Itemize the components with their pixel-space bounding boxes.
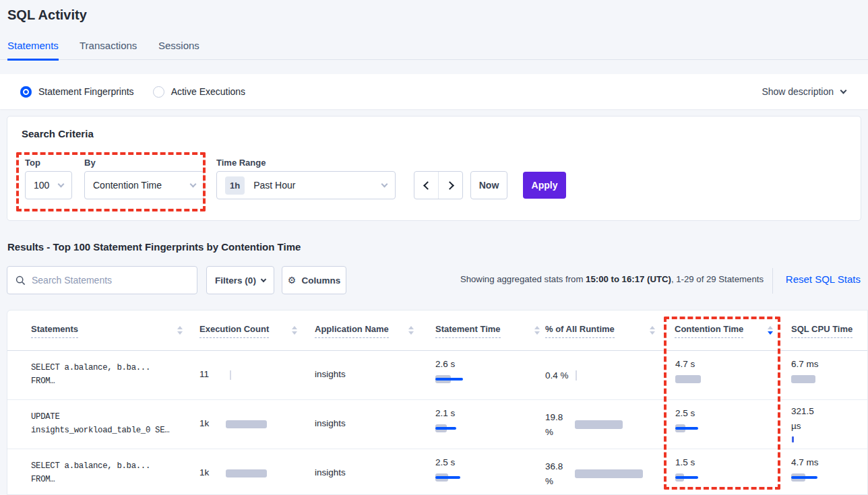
search-statements-input[interactable] [32,275,189,286]
statement-cell[interactable]: UPDATE insights_workload_table_0 SE… [31,410,169,437]
top-select[interactable]: 100 [25,171,72,199]
top-label: Top [25,158,40,168]
table-row[interactable]: UPDATE insights_workload_table_0 SE… 1k … [7,400,867,449]
tab-bar: Statements Transactions Sessions [0,38,868,60]
now-button[interactable]: Now [470,171,507,199]
runtime-bar [575,469,643,478]
search-icon [16,275,26,286]
runtime-cell: 19.8 % [545,400,623,449]
chevron-left-icon [423,181,432,190]
time-range-badge: 1h [225,176,245,195]
runtime-cell: 36.8 % [545,449,643,495]
chevron-down-icon [190,180,197,187]
toolbar-divider [772,268,773,294]
chevron-down-icon [840,87,847,94]
chevron-down-icon [261,277,266,282]
show-description-label: Show description [762,86,834,97]
runtime-cell: 0.4 % [545,351,577,400]
radio-label: Active Executions [171,86,246,97]
filters-button[interactable]: Filters (0) [206,266,274,294]
column-header-statements[interactable]: Statements [31,310,78,351]
radio-selected-icon [20,86,32,98]
sort-icon[interactable] [408,326,414,335]
execution-count-bar [230,370,231,380]
execution-count-cell: 1k [199,467,209,477]
sql-cpu-time-value: 4.7 ms [791,457,819,467]
column-header-sql-cpu-time[interactable]: SQL CPU Time [791,310,852,351]
columns-label: Columns [301,275,340,286]
reset-sql-stats-link[interactable]: Reset SQL Stats [786,273,861,285]
tab-transactions[interactable]: Transactions [80,40,137,59]
search-statements-input-wrap [7,266,197,294]
contention-time-bar [675,424,716,432]
by-select-value: Contention Time [93,180,162,191]
column-header-execution-count[interactable]: Execution Count [199,310,269,351]
statement-time-bar [435,473,476,482]
next-time-range-button[interactable] [438,172,462,199]
time-range-arrows [414,171,463,199]
execution-count-cell: 11 [199,369,209,379]
gear-icon: ⚙ [288,275,297,286]
contention-time-value: 4.7 s [675,359,695,369]
sql-cpu-time-bar [791,473,832,482]
contention-time-bar [675,473,716,482]
table-row[interactable]: SELECT a.balance, b.ba... FROM… 11 insig… [7,351,867,400]
apply-button[interactable]: Apply [523,172,566,199]
column-header-contention-time[interactable]: Contention Time [675,310,743,351]
column-header-statement-time[interactable]: Statement Time [435,310,501,351]
page-title: SQL Activity [7,7,87,23]
column-header-application-name[interactable]: Application Name [315,310,389,351]
application-name-cell: insights [315,467,346,477]
time-range-select[interactable]: 1h Past Hour [216,171,396,199]
show-description-toggle[interactable]: Show description [762,86,846,97]
sort-icon[interactable] [177,326,183,335]
results-heading: Results - Top 100 Statement Fingerprints… [7,241,301,253]
previous-time-range-button[interactable] [414,172,438,199]
statement-time-bar [435,375,476,383]
execution-count-cell: 1k [199,418,209,428]
tab-statements[interactable]: Statements [7,40,59,61]
statement-time-value: 2.1 s [435,408,455,418]
statement-time-bar [435,424,476,432]
execution-count-bar [226,420,273,428]
stats-time-window: 15:00 to 16:17 (UTC) [586,274,671,284]
tab-sessions[interactable]: Sessions [158,40,199,59]
statement-cell[interactable]: SELECT a.balance, b.ba... FROM… [31,361,150,388]
application-name-cell: insights [315,369,346,379]
sql-cpu-time-cell: 321.5 µs [791,404,821,442]
aggregated-stats-text: Showing aggregated stats from 15:00 to 1… [460,274,764,284]
contention-time-bar [675,375,716,383]
application-name-cell: insights [315,418,346,428]
runtime-bar [576,370,577,381]
radio-active-executions[interactable]: Active Executions [153,86,246,98]
sort-icon-active-desc[interactable] [768,326,773,335]
sort-icon[interactable] [650,326,655,335]
top-select-value: 100 [34,180,49,191]
search-criteria-panel: Search Criteria Top 100 By Contention Ti… [7,116,861,221]
chevron-down-icon [58,180,65,187]
runtime-bar [575,420,623,429]
view-mode-bar: Statement Fingerprints Active Executions… [0,74,868,109]
statement-time-value: 2.5 s [435,457,455,467]
chevron-down-icon [381,180,388,187]
sort-icon[interactable] [534,326,540,335]
radio-unselected-icon [153,86,164,98]
by-select[interactable]: Contention Time [84,171,204,199]
chevron-right-icon [445,181,454,190]
sql-cpu-time-value: 6.7 ms [791,359,819,369]
contention-time-value: 1.5 s [675,457,695,467]
table-header-row: Statements Execution Count Application N… [7,310,867,351]
filters-label: Filters (0) [215,275,256,286]
execution-count-bar [226,469,273,477]
columns-button[interactable]: ⚙ Columns [282,266,346,294]
sql-cpu-time-bar [791,375,832,383]
statements-table: Statements Execution Count Application N… [7,310,868,495]
time-range-label: Time Range [216,158,266,168]
table-row[interactable]: SELECT a.balance, b.ba... FROM… 1k insig… [7,449,867,495]
by-label: By [84,158,96,168]
sort-icon[interactable] [292,326,297,335]
radio-statement-fingerprints[interactable]: Statement Fingerprints [20,86,134,98]
column-header-pct-of-all-runtime[interactable]: % of All Runtime [545,310,615,351]
contention-time-value: 2.5 s [675,408,695,418]
statement-cell[interactable]: SELECT a.balance, b.ba... FROM… [31,459,150,486]
